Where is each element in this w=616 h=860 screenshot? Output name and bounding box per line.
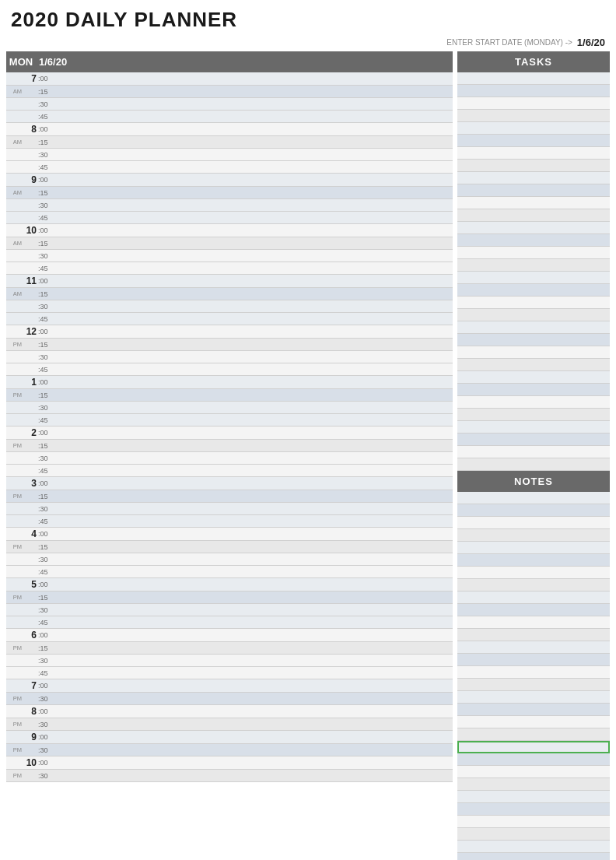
time-row[interactable]: 7:00 bbox=[6, 72, 453, 86]
time-row[interactable]: :30 bbox=[6, 351, 453, 363]
time-line[interactable] bbox=[54, 426, 453, 439]
time-line[interactable] bbox=[54, 744, 453, 756]
time-line[interactable] bbox=[54, 541, 453, 553]
task-row[interactable] bbox=[457, 272, 610, 284]
time-row[interactable]: AM:15 bbox=[6, 288, 453, 300]
time-row[interactable]: :30 bbox=[6, 452, 453, 465]
time-row[interactable]: :45 bbox=[6, 414, 453, 426]
time-line[interactable] bbox=[54, 756, 453, 769]
time-line[interactable] bbox=[54, 679, 453, 692]
task-row[interactable] bbox=[457, 209, 610, 222]
time-line[interactable] bbox=[54, 440, 453, 451]
time-line[interactable] bbox=[54, 187, 453, 198]
task-row[interactable] bbox=[457, 122, 610, 135]
time-line[interactable] bbox=[54, 731, 453, 743]
time-row[interactable]: PM:15 bbox=[6, 440, 453, 452]
time-line[interactable] bbox=[54, 629, 453, 641]
time-row[interactable]: :45 bbox=[6, 262, 453, 275]
note-row[interactable] bbox=[457, 616, 610, 629]
time-line[interactable] bbox=[54, 389, 453, 401]
task-row[interactable] bbox=[457, 72, 610, 85]
time-row[interactable]: :45 bbox=[6, 161, 453, 174]
time-row[interactable]: :30 bbox=[6, 300, 453, 313]
time-row[interactable]: 10:00 bbox=[6, 224, 453, 237]
note-row[interactable] bbox=[457, 492, 610, 504]
time-row[interactable]: :45 bbox=[6, 566, 453, 578]
time-line[interactable] bbox=[54, 693, 453, 704]
task-row[interactable] bbox=[457, 222, 610, 234]
time-line[interactable] bbox=[54, 770, 453, 781]
task-row[interactable] bbox=[457, 284, 610, 297]
time-line[interactable] bbox=[54, 275, 453, 287]
task-row[interactable] bbox=[457, 346, 610, 359]
task-row[interactable] bbox=[457, 458, 610, 471]
task-row[interactable] bbox=[457, 359, 610, 371]
time-line[interactable] bbox=[54, 642, 453, 654]
time-row[interactable]: PM:30 bbox=[6, 718, 453, 731]
time-row[interactable]: 9:00 bbox=[6, 731, 453, 744]
time-line[interactable] bbox=[54, 667, 453, 679]
time-row[interactable]: PM:15 bbox=[6, 339, 453, 351]
time-line[interactable] bbox=[54, 72, 453, 85]
time-line[interactable] bbox=[54, 705, 453, 718]
task-row[interactable] bbox=[457, 434, 610, 446]
time-row[interactable]: 9:00 bbox=[6, 174, 453, 187]
time-row[interactable]: :30 bbox=[6, 553, 453, 566]
start-date-value[interactable]: 1/6/20 bbox=[577, 37, 605, 48]
task-row[interactable] bbox=[457, 110, 610, 122]
time-row[interactable]: 11:00 bbox=[6, 275, 453, 288]
time-line[interactable] bbox=[54, 363, 453, 375]
task-row[interactable] bbox=[457, 147, 610, 160]
note-row[interactable] bbox=[457, 803, 610, 816]
time-line[interactable] bbox=[54, 262, 453, 274]
time-row[interactable]: :30 bbox=[6, 503, 453, 515]
time-row[interactable]: :45 bbox=[6, 515, 453, 528]
time-row[interactable]: AM:15 bbox=[6, 187, 453, 199]
task-row[interactable] bbox=[457, 184, 610, 197]
time-row[interactable]: :45 bbox=[6, 465, 453, 477]
time-line[interactable] bbox=[54, 351, 453, 363]
time-row[interactable]: PM:15 bbox=[6, 541, 453, 553]
time-line[interactable] bbox=[54, 465, 453, 476]
note-row[interactable] bbox=[457, 679, 610, 691]
note-row[interactable] bbox=[457, 704, 610, 716]
task-row[interactable] bbox=[457, 421, 610, 434]
time-line[interactable] bbox=[54, 174, 453, 186]
time-row[interactable]: 12:00 bbox=[6, 325, 453, 339]
note-row[interactable] bbox=[457, 517, 610, 529]
task-row[interactable] bbox=[457, 334, 610, 346]
time-row[interactable]: :30 bbox=[6, 604, 453, 616]
time-row[interactable]: PM:15 bbox=[6, 389, 453, 402]
note-row[interactable] bbox=[457, 567, 610, 579]
time-row[interactable]: :30 bbox=[6, 250, 453, 262]
note-row[interactable] bbox=[457, 641, 610, 654]
time-line[interactable] bbox=[54, 339, 453, 350]
note-row[interactable] bbox=[457, 791, 610, 803]
time-row[interactable]: 10:00 bbox=[6, 756, 453, 770]
note-row[interactable] bbox=[457, 654, 610, 666]
time-line[interactable] bbox=[54, 402, 453, 413]
time-row[interactable]: 4:00 bbox=[6, 528, 453, 541]
time-line[interactable] bbox=[54, 490, 453, 502]
note-row[interactable] bbox=[457, 728, 610, 741]
time-line[interactable] bbox=[54, 111, 453, 122]
time-line[interactable] bbox=[54, 616, 453, 628]
task-row[interactable] bbox=[457, 371, 610, 384]
time-row[interactable]: :45 bbox=[6, 363, 453, 376]
time-row[interactable]: 1:00 bbox=[6, 376, 453, 389]
task-row[interactable] bbox=[457, 446, 610, 458]
task-row[interactable] bbox=[457, 409, 610, 421]
time-row[interactable]: 6:00 bbox=[6, 629, 453, 642]
time-line[interactable] bbox=[54, 199, 453, 211]
task-row[interactable] bbox=[457, 321, 610, 334]
task-row[interactable] bbox=[457, 160, 610, 172]
note-row[interactable] bbox=[457, 778, 610, 791]
note-row[interactable] bbox=[457, 666, 610, 679]
time-row[interactable]: :30 bbox=[6, 402, 453, 414]
time-row[interactable]: AM:15 bbox=[6, 237, 453, 250]
note-row[interactable] bbox=[457, 716, 610, 728]
time-line[interactable] bbox=[54, 123, 453, 135]
note-row[interactable] bbox=[457, 853, 610, 860]
note-row[interactable] bbox=[457, 591, 610, 604]
time-line[interactable] bbox=[54, 250, 453, 262]
